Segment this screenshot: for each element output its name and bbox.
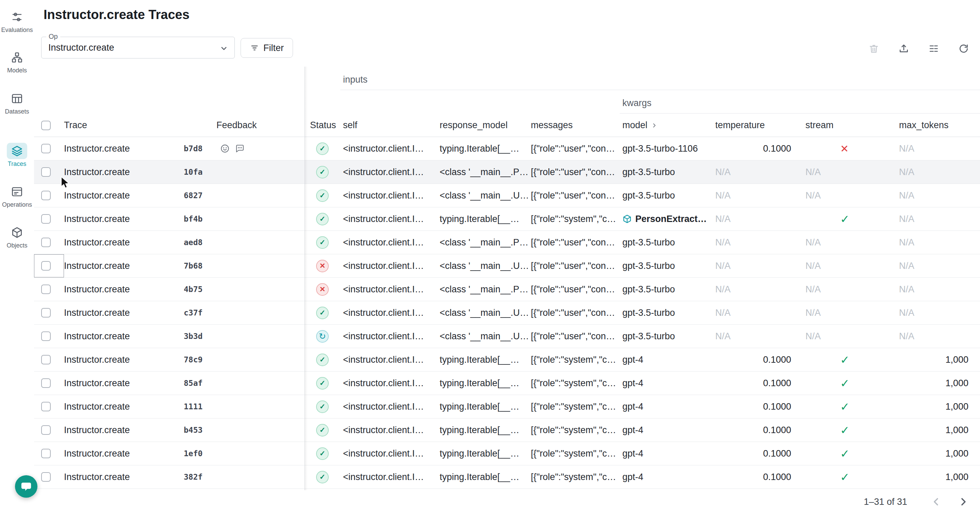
row-checkbox[interactable] <box>41 214 51 224</box>
column-settings-icon[interactable] <box>926 41 941 56</box>
op-select[interactable]: Op Instructor.create <box>41 37 235 59</box>
table-row[interactable]: Instructor.create 1111 ✓ <instructor.cli… <box>34 395 980 419</box>
filter-button[interactable]: Filter <box>240 38 293 58</box>
column-header-messages[interactable]: messages <box>528 114 620 137</box>
status-icon: ✓ <box>316 189 329 202</box>
row-checkbox[interactable] <box>41 308 51 317</box>
sidebar-item-operations[interactable]: Operations <box>0 184 34 208</box>
row-checkbox[interactable] <box>41 191 51 200</box>
row-checkbox-cell <box>34 371 64 395</box>
feedback-cell <box>216 465 305 489</box>
stream-value: N/A <box>805 190 821 201</box>
next-page-icon[interactable] <box>956 494 970 509</box>
feedback-cell <box>216 348 305 371</box>
row-checkbox[interactable] <box>41 144 51 153</box>
trace-id: 78c9 <box>184 355 202 364</box>
chat-widget-button[interactable] <box>15 475 37 498</box>
row-checkbox[interactable] <box>41 355 51 365</box>
messages-value: [{"role":"system","c… <box>531 448 616 459</box>
table-row[interactable]: Instructor.create b7d8 ✓ <instructor.cli… <box>34 137 980 160</box>
sidebar-item-objects[interactable]: Objects <box>0 224 34 249</box>
table-row[interactable]: Instructor.create 3b3d ↻ <instructor.cli… <box>34 325 980 348</box>
trace-id: bf4b <box>184 214 202 223</box>
select-all-checkbox[interactable] <box>41 121 51 130</box>
refresh-icon[interactable] <box>956 41 971 56</box>
response-model-cell: <class '__main__.P… <box>437 160 528 184</box>
response-model-value: typing.Iterable[__… <box>440 355 519 365</box>
sidebar-item-models[interactable]: Models <box>0 49 34 74</box>
table-row[interactable]: Instructor.create 382f ✓ <instructor.cli… <box>34 465 980 489</box>
status-icon: ✕ <box>316 260 329 272</box>
add-reaction-icon[interactable] <box>220 143 230 154</box>
page-range: 1–31 of 31 <box>864 497 907 507</box>
temperature-cell: 0.1000 <box>713 371 803 395</box>
export-icon[interactable] <box>896 41 911 56</box>
comment-icon[interactable] <box>235 143 245 154</box>
sidebar-item-datasets[interactable]: Datasets <box>0 90 34 115</box>
column-header-temperature[interactable]: temperature <box>713 114 803 137</box>
max-tokens-value: N/A <box>899 190 914 201</box>
row-checkbox[interactable] <box>41 167 51 177</box>
max-tokens-value: N/A <box>899 143 914 154</box>
sidebar-item-evaluations[interactable]: Evaluations <box>0 9 34 34</box>
column-header-max-tokens[interactable]: max_tokens <box>896 114 980 137</box>
row-checkbox[interactable] <box>41 284 51 294</box>
column-header-self[interactable]: self <box>340 114 437 137</box>
model-value: gpt-4 <box>622 378 643 389</box>
self-value: <instructor.client.I… <box>343 331 424 342</box>
table-row[interactable]: Instructor.create bf4b ✓ <instructor.cli… <box>34 207 980 231</box>
table-row[interactable]: Instructor.create aed8 ✓ <instructor.cli… <box>34 231 980 254</box>
table-row[interactable]: Instructor.create c37f ✓ <instructor.cli… <box>34 301 980 325</box>
column-header-feedback[interactable]: Feedback <box>216 114 305 137</box>
messages-value: [{"role":"system","c… <box>531 378 616 389</box>
stream-cell: N/A <box>803 278 896 301</box>
row-checkbox-cell <box>34 301 64 324</box>
messages-cell: [{"role":"user","con… <box>528 231 620 254</box>
model-value: gpt-3.5-turbo <box>622 167 675 178</box>
sidebar-item-label: Evaluations <box>0 27 34 34</box>
chevron-right-icon[interactable] <box>651 122 658 129</box>
stream-cell: N/A <box>803 254 896 278</box>
row-checkbox[interactable] <box>41 261 51 271</box>
messages-cell: [{"role":"user","con… <box>528 184 620 207</box>
row-checkbox[interactable] <box>41 378 51 388</box>
column-header-model[interactable]: model <box>620 114 713 137</box>
previous-page-icon[interactable] <box>929 494 944 509</box>
column-header-status[interactable]: Status <box>305 114 340 137</box>
column-header-response-model[interactable]: response_model <box>437 114 528 137</box>
row-checkbox[interactable] <box>41 425 51 435</box>
table-row[interactable]: Instructor.create 4b75 ✕ <instructor.cli… <box>34 278 980 301</box>
table-row[interactable]: Instructor.create 1ef0 ✓ <instructor.cli… <box>34 442 980 465</box>
row-checkbox[interactable] <box>41 238 51 247</box>
trash-icon[interactable] <box>866 41 881 56</box>
temperature-cell: N/A <box>713 160 803 184</box>
temperature-cell: N/A <box>713 207 803 230</box>
table-row[interactable]: Instructor.create 85af ✓ <instructor.cli… <box>34 371 980 395</box>
row-checkbox[interactable] <box>41 332 51 341</box>
trace-id: 7b68 <box>184 262 202 270</box>
status-icon: ✓ <box>316 400 329 413</box>
table-row[interactable]: Instructor.create 6827 ✓ <instructor.cli… <box>34 184 980 207</box>
table-row[interactable]: Instructor.create 78c9 ✓ <instructor.cli… <box>34 348 980 371</box>
row-checkbox[interactable] <box>41 472 51 482</box>
row-checkbox[interactable] <box>41 449 51 458</box>
column-header-id <box>184 114 216 137</box>
trace-id-cell: 10fa <box>184 160 216 184</box>
temperature-cell: 0.1000 <box>713 419 803 442</box>
table-row[interactable]: Instructor.create 10fa ✓ <instructor.cli… <box>34 160 980 184</box>
feedback-cell <box>216 301 305 324</box>
table-row[interactable]: Instructor.create 7b68 ✕ <instructor.cli… <box>34 254 980 278</box>
row-checkbox[interactable] <box>41 402 51 411</box>
table-row[interactable]: Instructor.create b453 ✓ <instructor.cli… <box>34 419 980 442</box>
column-header-trace[interactable]: Trace <box>64 114 184 137</box>
model-value: gpt-3.5-turbo <box>622 237 675 248</box>
response-model-cell: typing.Iterable[__… <box>437 137 528 160</box>
model-value: gpt-3.5-turbo <box>622 284 675 295</box>
row-checkbox-cell <box>34 254 64 278</box>
column-header-stream[interactable]: stream <box>803 114 896 137</box>
trace-id-cell: 78c9 <box>184 348 216 371</box>
stream-value: N/A <box>805 331 821 342</box>
trace-cell: Instructor.create <box>64 278 184 301</box>
temperature-value: 0.1000 <box>763 472 803 482</box>
sidebar-item-traces[interactable]: Traces <box>0 143 34 168</box>
